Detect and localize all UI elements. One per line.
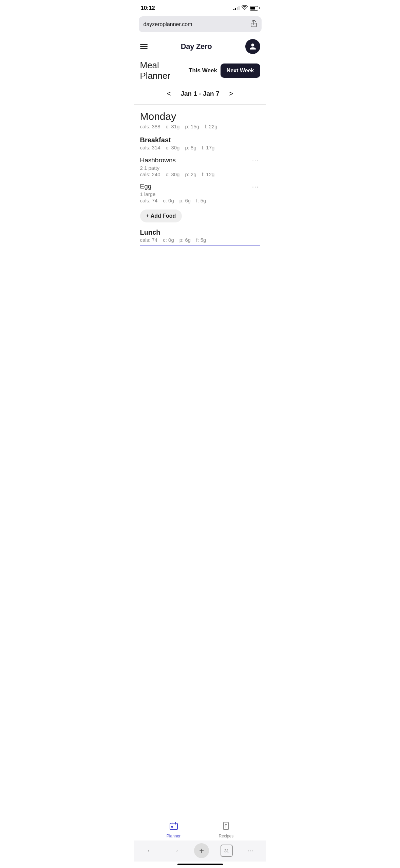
user-icon: [249, 43, 256, 50]
hashbrowns-protein: p: 2g: [185, 171, 196, 177]
hashbrowns-more-button[interactable]: ···: [251, 157, 260, 164]
monday-fat: f: 22g: [205, 124, 217, 129]
breakfast-macros: cals: 314 c: 30g p: 8g f: 17g: [140, 145, 260, 150]
hashbrowns-name: Hashbrowns: [140, 157, 176, 164]
lunch-cals: cals: 74: [140, 237, 158, 243]
nav-header: Day Zero: [134, 36, 266, 57]
egg-macros: cals: 74 c: 0g p: 6g f: 5g: [140, 198, 260, 203]
breakfast-fat: f: 17g: [202, 145, 215, 150]
food-hashbrowns: Hashbrowns ··· 2 1 patty cals: 240 c: 30…: [140, 153, 260, 179]
week-navigation: < Jan 1 - Jan 7 >: [134, 85, 266, 104]
breakfast-title: Breakfast: [140, 136, 260, 144]
monday-section: Monday cals: 388 c: 31g p: 15g f: 22g Br…: [134, 105, 266, 246]
browser-bar[interactable]: dayzeroplanner.com: [139, 16, 262, 32]
week-range: Jan 1 - Jan 7: [180, 90, 219, 97]
lunch-carbs: c: 0g: [163, 237, 174, 243]
hashbrowns-cals: cals: 240: [140, 171, 160, 177]
lunch-macros: cals: 74 c: 0g p: 6g f: 5g: [140, 237, 260, 243]
monday-macros: cals: 388 c: 31g p: 15g f: 22g: [140, 124, 260, 129]
avatar-button[interactable]: [245, 39, 260, 54]
app-title: Day Zero: [181, 42, 212, 51]
hashbrowns-serving: 2 1 patty: [140, 165, 260, 171]
prev-week-button[interactable]: <: [164, 88, 174, 100]
food-egg: Egg ··· 1 large cals: 74 c: 0g p: 6g f: …: [140, 179, 260, 205]
monday-protein: p: 15g: [185, 124, 199, 129]
egg-fat: f: 5g: [196, 198, 206, 203]
content-area: Monday cals: 388 c: 31g p: 15g f: 22g Br…: [134, 105, 266, 301]
lunch-title: Lunch: [140, 229, 260, 236]
lunch-underline: [140, 246, 260, 246]
lunch-protein: p: 6g: [179, 237, 191, 243]
add-food-breakfast-button[interactable]: + Add Food: [140, 210, 182, 222]
signal-icon: [233, 6, 240, 10]
monday-carbs: c: 31g: [166, 124, 180, 129]
next-week-button[interactable]: >: [226, 88, 236, 100]
egg-name: Egg: [140, 183, 152, 190]
breakfast-group: Breakfast cals: 314 c: 30g p: 8g f: 17g …: [140, 133, 260, 225]
status-icons: [233, 5, 260, 11]
status-time: 10:12: [141, 5, 155, 12]
monday-title: Monday: [140, 111, 260, 122]
share-icon[interactable]: [251, 20, 257, 29]
next-week-button[interactable]: Next Week: [221, 64, 260, 78]
hashbrowns-carbs: c: 30g: [166, 171, 180, 177]
this-week-button[interactable]: This Week: [189, 67, 217, 74]
status-bar: 10:12: [134, 0, 266, 14]
breakfast-cals: cals: 314: [140, 145, 160, 150]
hamburger-menu[interactable]: [140, 44, 148, 49]
lunch-group: Lunch cals: 74 c: 0g p: 6g f: 5g: [140, 225, 260, 246]
meal-planner-header: Meal Planner This Week Next Week: [134, 57, 266, 85]
monday-cals: cals: 388: [140, 124, 160, 129]
hashbrowns-fat: f: 12g: [202, 171, 215, 177]
egg-carbs: c: 0g: [163, 198, 174, 203]
meal-planner-title: Meal Planner: [140, 60, 186, 81]
battery-icon: [250, 6, 260, 11]
egg-serving: 1 large: [140, 191, 260, 197]
lunch-fat: f: 5g: [196, 237, 206, 243]
browser-url: dayzeroplanner.com: [144, 21, 192, 28]
breakfast-carbs: c: 30g: [166, 145, 180, 150]
wifi-icon: [242, 5, 248, 11]
egg-more-button[interactable]: ···: [251, 183, 260, 191]
egg-cals: cals: 74: [140, 198, 158, 203]
hashbrowns-macros: cals: 240 c: 30g p: 2g f: 12g: [140, 171, 260, 177]
egg-protein: p: 6g: [179, 198, 191, 203]
breakfast-protein: p: 8g: [185, 145, 196, 150]
